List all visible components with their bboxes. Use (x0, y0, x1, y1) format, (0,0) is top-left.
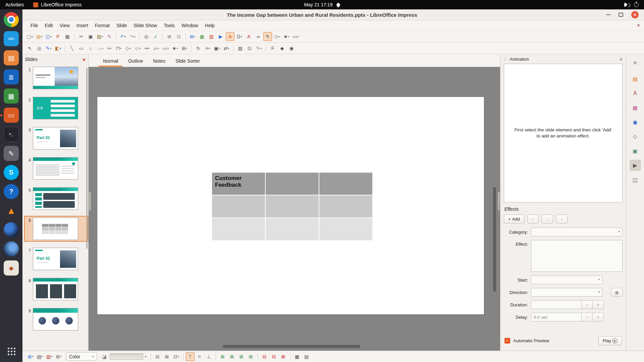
insert-image-icon[interactable]: ▦ (198, 32, 206, 41)
area-fill-color-bar[interactable] (110, 353, 143, 360)
merge-cells-icon[interactable]: ⊟ (153, 352, 162, 361)
redo-icon[interactable]: ↷▾ (128, 32, 137, 41)
align-bottom-icon[interactable]: ⊥ (205, 352, 213, 361)
dock-libreoffice-impress-icon[interactable]: ▭ (4, 108, 19, 123)
table-cell[interactable] (212, 218, 265, 240)
dock-vlc-icon[interactable]: ▲ (4, 203, 19, 218)
rectangle-icon[interactable]: ▭ (77, 44, 86, 53)
slide-thumbnail-7[interactable]: 7Part 02 (24, 246, 88, 272)
area-style-combo[interactable]: Color ▾ (66, 352, 97, 361)
rotate-icon[interactable]: ↻ (194, 44, 203, 53)
new-document-icon[interactable]: ▢▾ (25, 32, 34, 41)
delete-row-icon[interactable]: ⊟ (260, 352, 269, 361)
add-effect-button[interactable]: + Add (504, 215, 524, 224)
dock-help-icon[interactable]: ? (4, 184, 19, 199)
sidebar-tab-shapes[interactable]: ◇ (630, 131, 641, 142)
system-status-menu[interactable] (624, 2, 639, 7)
view-tab-slide-sorter[interactable]: Slide Sorter (171, 55, 204, 67)
insert-row-above-icon[interactable]: ⊞ (218, 352, 227, 361)
activities-button[interactable]: Activities (5, 2, 24, 7)
ellipse-icon[interactable]: ○ (86, 44, 95, 53)
view-tab-notes[interactable]: Notes (149, 55, 170, 67)
snap-guides-icon[interactable]: ⊡ (174, 32, 183, 41)
save-icon[interactable]: ◫▾ (44, 32, 53, 41)
filter-icon[interactable]: ✎▾ (255, 44, 263, 53)
view-tab-outline[interactable]: Outline (124, 55, 147, 67)
symbol-shapes-icon[interactable]: ☺▾ (133, 44, 142, 53)
sidebar-tab-properties[interactable]: ▤ (630, 73, 641, 84)
line-color-icon[interactable]: ✎▾ (44, 44, 53, 53)
slide-thumbnail-5[interactable]: 5 (24, 186, 88, 212)
menu-insert[interactable]: Insert (73, 21, 92, 30)
dock-vscode-icon[interactable]: </> (4, 31, 19, 46)
delay-input[interactable]: 0.0 sec (531, 313, 582, 321)
insert-media-icon[interactable]: ▶ (216, 32, 225, 41)
right-panel-splitter[interactable] (498, 192, 500, 210)
duration-decrease-button[interactable]: − (582, 300, 593, 309)
dock-libreoffice-calc-icon[interactable]: ▦ (4, 88, 19, 104)
paint-can-icon[interactable]: ◪ (100, 352, 109, 361)
table-properties-icon[interactable]: ▤ (302, 352, 311, 361)
category-select[interactable] (531, 228, 623, 236)
curves-polygons-icon[interactable]: ≈▾ (105, 44, 114, 53)
gluepoints-icon[interactable]: ◉ (287, 44, 296, 53)
select-table-icon[interactable]: ▦ (293, 352, 302, 361)
panel-grip-icon[interactable]: ∷ (504, 57, 507, 62)
distribute-icon[interactable]: ⇄▾ (222, 44, 231, 53)
zoom-pan-icon[interactable]: ◎ (35, 44, 44, 53)
menu-help[interactable]: Help (202, 21, 218, 30)
menu-view[interactable]: View (56, 21, 73, 30)
slide-thumbnail-3[interactable]: 3Part 01 (24, 125, 88, 151)
slide-thumbnail-9[interactable]: 9 (24, 306, 88, 332)
dock-chrome-icon[interactable] (4, 12, 19, 27)
menu-slide[interactable]: Slide (113, 21, 130, 30)
close-animation-panel-icon[interactable]: × (620, 56, 623, 62)
fontwork-icon[interactable]: F (268, 44, 277, 53)
table-cell[interactable] (266, 195, 319, 218)
undo-icon[interactable]: ↶▾ (119, 32, 127, 41)
font-color-icon[interactable]: A (245, 32, 253, 41)
optimize-size-icon[interactable]: ⊡▾ (172, 352, 181, 361)
slide-canvas[interactable]: Customer Feedback (97, 97, 484, 315)
align-objects-icon[interactable]: ≡▾ (203, 44, 212, 53)
duration-increase-button[interactable]: + (593, 300, 604, 309)
table-cell[interactable] (319, 195, 372, 218)
copy-icon[interactable]: ▣ (86, 32, 95, 41)
center-vertically-icon[interactable]: = (195, 352, 204, 361)
menu-slide-show[interactable]: Slide Show (130, 21, 160, 30)
sidebar-tab-animation[interactable]: ▶ (630, 160, 641, 171)
table-cell[interactable]: Customer Feedback (212, 173, 265, 195)
delay-increase-button[interactable]: + (593, 313, 604, 321)
basic-shapes-icon[interactable]: ◇▾ (124, 44, 132, 53)
table-cell[interactable] (212, 195, 265, 218)
table-cell[interactable] (266, 218, 319, 240)
slide-thumbnail-8[interactable]: 8 (24, 276, 88, 302)
animation-list[interactable]: First select the slide element and then … (504, 64, 623, 202)
clock-menu[interactable]: May 21 17:19 (304, 2, 340, 7)
display-grid-icon[interactable]: ⊞ (165, 32, 174, 41)
border-style-icon[interactable]: ▤▾ (36, 352, 44, 361)
arrange-icon[interactable]: ▣▾ (213, 44, 221, 53)
insert-text-box-icon[interactable]: A (226, 32, 234, 41)
basic-shapes-icon[interactable]: ◇▾ (273, 32, 281, 41)
focused-app-menu[interactable]: LibreOffice Impress (33, 2, 82, 7)
insert-row-below-icon[interactable]: ⊞ (228, 352, 236, 361)
move-effect-down-button[interactable]: ↓ (556, 215, 568, 224)
table-icon[interactable]: ⊞▾ (180, 44, 189, 53)
select-icon[interactable]: ↖ (25, 44, 34, 53)
insert-column-before-icon[interactable]: ⊞ (237, 352, 246, 361)
callout-shapes-icon[interactable]: ▭▾ (291, 32, 300, 41)
horizontal-scrollbar[interactable] (223, 345, 360, 348)
play-button[interactable]: Play ▶ (598, 336, 622, 345)
automatic-preview-checkbox[interactable] (504, 338, 510, 344)
table-cell[interactable] (319, 173, 372, 195)
sidebar-tab-sidebar-settings[interactable]: ≡ (630, 58, 641, 68)
slide-table[interactable]: Customer Feedback (212, 173, 372, 240)
lines-arrows-icon[interactable]: →▾ (96, 44, 104, 53)
slides-panel-scrollbar[interactable] (86, 68, 88, 249)
remove-effect-button[interactable]: − (527, 215, 539, 224)
special-character-icon[interactable]: Ω▾ (235, 32, 244, 41)
slide-thumbnail-4[interactable]: 4 (24, 156, 88, 181)
menu-file[interactable]: File (27, 21, 42, 30)
sidebar-tab-master-slides[interactable]: ▣ (630, 145, 641, 156)
